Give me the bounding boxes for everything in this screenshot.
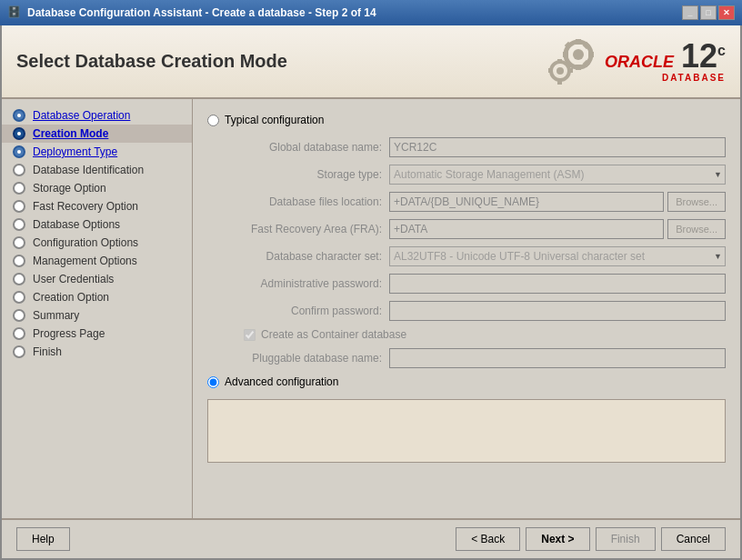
admin-pwd-label: Administrative password: <box>226 277 389 290</box>
sidebar-item-deployment-type[interactable]: Deployment Type <box>2 143 192 161</box>
fast-recovery-row: Fast Recovery Area (FRA): Browse... <box>226 219 726 239</box>
confirm-pwd-input[interactable] <box>389 301 726 321</box>
fast-recovery-input[interactable] <box>389 219 664 239</box>
oracle-name-row: ORACLE 12c <box>605 40 726 73</box>
sidebar-circle-13 <box>13 345 25 358</box>
footer-right-buttons: < Back Next > Finish Cancel <box>456 527 726 551</box>
sidebar-item-creation-option: Creation Option <box>2 288 192 306</box>
sidebar-circle-8 <box>13 255 25 267</box>
page-title: Select Database Creation Mode <box>16 51 287 72</box>
finish-button[interactable]: Finish <box>596 527 656 551</box>
sidebar-circle-3 <box>13 164 25 176</box>
sidebar-item-management-options: Management Options <box>2 252 192 270</box>
global-db-name-input[interactable] <box>389 137 726 157</box>
main-panel: Typical configuration Global database na… <box>193 99 740 518</box>
sidebar-item-creation-mode[interactable]: Creation Mode <box>2 125 192 143</box>
svg-rect-14 <box>548 68 553 73</box>
footer: Help < Back Next > Finish Cancel <box>2 518 740 558</box>
oracle-text-group: ORACLE 12c DATABASE <box>605 40 726 83</box>
db-files-location-browse-button[interactable]: Browse... <box>667 192 726 212</box>
advanced-config-section: Advanced configuration <box>207 375 726 388</box>
sidebar-item-configuration-options: Configuration Options <box>2 234 192 252</box>
db-files-location-label: Database files location: <box>226 195 389 208</box>
typical-config-radio[interactable] <box>207 115 219 126</box>
cancel-button[interactable]: Cancel <box>661 527 726 551</box>
db-files-location-row: Database files location: Browse... <box>226 192 726 212</box>
oracle-database-text: DATABASE <box>662 73 726 83</box>
svg-rect-15 <box>568 68 573 73</box>
global-db-name-row: Global database name: <box>226 137 726 157</box>
db-charset-select[interactable]: AL32UTF8 - Unicode UTF-8 Universal chara… <box>389 246 726 266</box>
sidebar-circle-9 <box>13 273 25 285</box>
svg-rect-5 <box>588 52 594 57</box>
oracle-logo: ORACLE 12c DATABASE <box>528 36 726 86</box>
sidebar-circle-4 <box>13 182 25 195</box>
advanced-config-radio[interactable] <box>207 376 219 388</box>
oracle-version-text: 12c <box>681 40 726 73</box>
maximize-button[interactable]: □ <box>700 5 717 20</box>
svg-point-11 <box>556 67 564 75</box>
sidebar-item-database-operation[interactable]: Database Operation <box>2 106 192 125</box>
sidebar-item-progress-page: Progress Page <box>2 325 192 343</box>
storage-type-select[interactable]: Automatic Storage Management (ASM) <box>389 165 726 185</box>
sidebar-circle-5 <box>13 200 25 213</box>
global-db-name-label: Global database name: <box>226 141 389 154</box>
close-button[interactable]: ✕ <box>718 5 735 20</box>
sidebar-circle-10 <box>13 291 25 304</box>
sidebar-circle-0 <box>13 109 25 122</box>
svg-rect-12 <box>557 59 562 64</box>
db-files-location-input-group: Browse... <box>389 192 726 212</box>
fast-recovery-label: Fast Recovery Area (FRA): <box>226 223 389 235</box>
admin-pwd-row: Administrative password: <box>226 274 726 294</box>
info-box <box>207 399 726 463</box>
db-charset-label: Database character set: <box>226 250 389 263</box>
svg-rect-13 <box>557 80 562 85</box>
sidebar-circle-11 <box>13 309 25 322</box>
content-area: Database Operation Creation Mode Deploym… <box>2 99 740 518</box>
sidebar-circle-6 <box>13 218 25 231</box>
main-window: Select Database Creation Mode <box>0 25 742 560</box>
sidebar-circle-2 <box>13 145 25 158</box>
container-db-row: Create as Container database <box>244 328 726 341</box>
fast-recovery-browse-button[interactable]: Browse... <box>667 219 726 239</box>
next-button[interactable]: Next > <box>526 527 589 551</box>
pluggable-db-input[interactable] <box>389 348 726 368</box>
title-bar: 🗄️ Database Configuration Assistant - Cr… <box>0 0 742 25</box>
sidebar-item-summary: Summary <box>2 306 192 325</box>
svg-point-1 <box>573 49 584 60</box>
admin-pwd-input[interactable] <box>389 274 726 294</box>
fast-recovery-input-group: Browse... <box>389 219 726 239</box>
pluggable-db-row: Pluggable database name: <box>226 348 726 368</box>
container-db-checkbox[interactable] <box>244 329 256 341</box>
container-db-label: Create as Container database <box>261 328 406 341</box>
app-icon: 🗄️ <box>7 5 22 20</box>
advanced-config-radio-label[interactable]: Advanced configuration <box>207 375 726 388</box>
sidebar: Database Operation Creation Mode Deploym… <box>2 99 193 518</box>
back-button[interactable]: < Back <box>456 527 520 551</box>
title-bar-buttons: _ □ ✕ <box>682 5 735 20</box>
sidebar-circle-7 <box>13 236 25 249</box>
pluggable-db-label: Pluggable database name: <box>226 352 389 365</box>
sidebar-item-database-options: Database Options <box>2 215 192 234</box>
sidebar-item-finish: Finish <box>2 343 192 361</box>
storage-type-label: Storage type: <box>226 168 389 181</box>
svg-rect-4 <box>563 52 568 57</box>
typical-config-radio-label[interactable]: Typical configuration <box>207 114 726 126</box>
storage-type-row: Storage type: Automatic Storage Manageme… <box>226 165 726 185</box>
minimize-button[interactable]: _ <box>682 5 698 20</box>
db-charset-select-wrap: AL32UTF8 - Unicode UTF-8 Universal chara… <box>389 246 726 266</box>
db-files-location-input[interactable] <box>389 192 664 212</box>
sidebar-item-fast-recovery-option: Fast Recovery Option <box>2 197 192 215</box>
sidebar-circle-12 <box>13 327 25 340</box>
help-button[interactable]: Help <box>16 527 70 551</box>
svg-rect-2 <box>576 39 581 45</box>
oracle-brand: ORACLE 12c DATABASE <box>528 36 726 86</box>
svg-rect-3 <box>576 65 581 70</box>
gear-decoration-icon <box>528 36 601 86</box>
confirm-pwd-label: Confirm password: <box>226 305 389 317</box>
header: Select Database Creation Mode <box>2 25 740 99</box>
confirm-pwd-row: Confirm password: <box>226 301 726 321</box>
sidebar-item-storage-option: Storage Option <box>2 179 192 197</box>
sidebar-item-user-credentials: User Credentials <box>2 270 192 288</box>
title-bar-text: Database Configuration Assistant - Creat… <box>27 6 682 19</box>
